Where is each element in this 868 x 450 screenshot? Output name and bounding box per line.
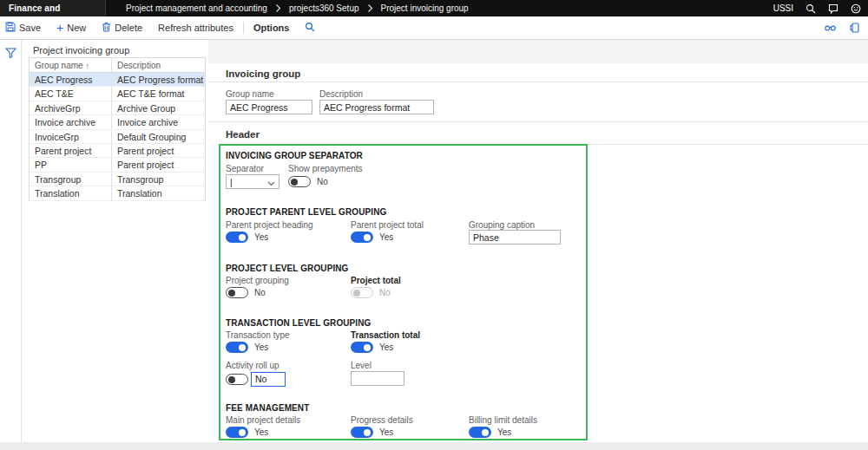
save-button[interactable]: Save <box>0 16 49 39</box>
show-prepayments-toggle[interactable] <box>288 176 311 187</box>
show-prepayments-label: Show prepayments <box>288 164 363 173</box>
breadcrumb-page[interactable]: Project invoicing group <box>381 3 469 13</box>
action-bar: Save + New Delete Refresh attributes Opt… <box>0 16 868 40</box>
description-field[interactable] <box>319 100 434 114</box>
grouping-caption-label: Grouping caption <box>469 220 535 230</box>
activity-rollup-focused-value[interactable]: No <box>251 372 286 387</box>
billing-limit-details-toggle[interactable] <box>469 427 491 438</box>
app-brand[interactable]: Finance and Operations <box>0 0 106 16</box>
search-button[interactable] <box>297 16 323 39</box>
progress-details-toggle[interactable] <box>351 427 373 438</box>
transaction-type-label: Transaction type <box>226 330 290 340</box>
separator-section-title: INVOICING GROUP SEPARATOR <box>226 151 363 160</box>
column-header-group-name[interactable]: Group name↑ <box>30 58 112 72</box>
smiley-icon[interactable] <box>851 3 861 14</box>
billing-limit-details-label: Billing limit details <box>469 415 537 425</box>
glasses-icon[interactable] <box>825 23 836 34</box>
left-rail <box>0 40 22 450</box>
user-company-label[interactable]: USSI <box>773 3 793 13</box>
project-grouping-label: Project grouping <box>226 276 289 285</box>
divider <box>208 82 868 82</box>
table-row[interactable]: InvoiceGrpDefault Grouping <box>30 130 205 144</box>
delete-button[interactable]: Delete <box>94 16 150 39</box>
transaction-section-title: TRANSACTION LEVEL GROUPING <box>226 318 371 328</box>
activity-rollup-toggle[interactable] <box>226 374 248 385</box>
transaction-total-label: Transaction total <box>351 330 420 340</box>
grouping-caption-field[interactable] <box>469 230 561 245</box>
main-project-details-toggle[interactable] <box>226 427 248 438</box>
parent-project-heading-label: Parent project heading <box>226 220 313 230</box>
new-button[interactable]: + New <box>49 16 94 39</box>
table-row[interactable]: TranslationTranslation <box>30 186 205 200</box>
actionbar-divider <box>243 22 244 34</box>
transaction-type-toggle[interactable] <box>226 342 248 353</box>
options-menu[interactable]: Options <box>246 16 298 39</box>
list-panel: Project invoicing group Group name↑ Desc… <box>22 40 208 442</box>
trash-icon <box>102 22 111 34</box>
group-name-label: Group name <box>226 89 274 99</box>
sort-ascending-icon: ↑ <box>86 62 90 70</box>
bottom-strip <box>0 442 868 450</box>
column-header-description[interactable]: Description <box>112 58 205 72</box>
parent-project-heading-toggle[interactable] <box>226 232 248 243</box>
divider <box>588 144 868 145</box>
progress-details-label: Progress details <box>351 415 413 425</box>
description-label: Description <box>319 89 363 99</box>
table-row[interactable]: PPParent project <box>30 158 205 172</box>
chevron-right-icon <box>367 4 373 12</box>
project-total-label: Project total <box>351 276 401 285</box>
chat-icon[interactable] <box>828 3 838 14</box>
parent-project-total-toggle[interactable] <box>351 232 373 243</box>
section-invoicing-group-title[interactable]: Invoicing group <box>226 68 300 79</box>
project-grouping-toggle[interactable] <box>226 287 248 298</box>
header-settings-highlight-box: INVOICING GROUP SEPARATOR Separator | Sh… <box>219 144 588 440</box>
refresh-attributes-button[interactable]: Refresh attributes <box>150 16 241 39</box>
fee-section-title: FEE MANAGEMENT <box>226 403 309 413</box>
project-total-toggle <box>351 287 373 298</box>
parent-section-title: PROJECT PARENT LEVEL GROUPING <box>226 207 386 217</box>
chevron-right-icon <box>275 4 281 12</box>
top-navigation-bar: Finance and Operations Project managemen… <box>0 0 868 16</box>
activity-rollup-label: Activity roll up <box>226 361 279 370</box>
chevron-down-icon <box>267 174 275 190</box>
page-title: Project invoicing group <box>33 45 129 55</box>
level-label: Level <box>351 361 372 370</box>
breadcrumb-module[interactable]: Project management and accounting <box>126 3 267 13</box>
filter-icon[interactable] <box>5 46 16 62</box>
project-section-title: PROJECT LEVEL GROUPING <box>226 264 348 273</box>
breadcrumb-area[interactable]: projects360 Setup <box>289 3 359 13</box>
grid-header-row: Group name↑ Description <box>30 58 205 73</box>
table-row[interactable]: TransgroupTransgroup <box>30 173 205 186</box>
table-row[interactable]: ArchiveGrpArchive Group <box>30 101 205 115</box>
transaction-total-toggle[interactable] <box>351 342 373 353</box>
separator-dropdown[interactable]: | <box>226 174 279 189</box>
table-row[interactable]: AEC ProgressAEC Progress format <box>30 73 205 87</box>
plus-icon: + <box>56 23 63 32</box>
table-row[interactable]: Parent projectParent project <box>30 144 205 158</box>
companion-icon[interactable] <box>850 23 859 35</box>
search-icon[interactable] <box>806 3 816 14</box>
save-icon <box>5 22 16 34</box>
main-project-details-label: Main project details <box>226 415 300 425</box>
section-header-title[interactable]: Header <box>226 129 260 140</box>
group-name-field[interactable] <box>226 100 312 114</box>
app-window: Finance and Operations Project managemen… <box>0 0 868 450</box>
parent-project-total-label: Parent project total <box>351 220 424 230</box>
search-icon <box>305 22 315 34</box>
divider <box>208 121 868 122</box>
level-field[interactable] <box>351 371 404 386</box>
invoicing-group-grid: Group name↑ Description AEC ProgressAEC … <box>29 57 206 201</box>
detail-panel: Invoicing group Group name Description H… <box>208 63 868 442</box>
separator-label: Separator <box>226 164 264 173</box>
table-row[interactable]: Invoice archiveInvoice archive <box>30 115 205 129</box>
table-row[interactable]: AEC T&EAEC T&E format <box>30 87 205 101</box>
breadcrumb: Project management and accounting projec… <box>126 0 469 16</box>
